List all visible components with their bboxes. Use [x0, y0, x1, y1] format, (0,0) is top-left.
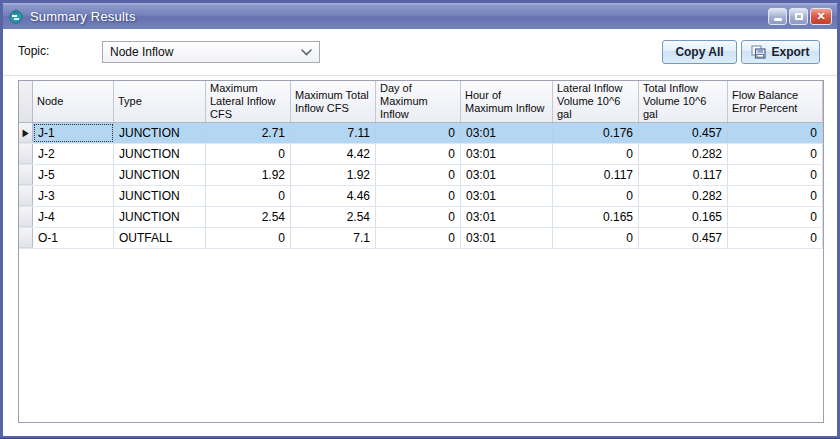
table-cell[interactable]: 0.117 [553, 165, 639, 185]
topic-dropdown[interactable]: Node Inflow [102, 41, 320, 63]
minimize-icon [774, 18, 782, 21]
table-cell[interactable]: 4.46 [291, 186, 376, 206]
table-row[interactable]: ▶J-1JUNCTION2.717.11003:010.1760.4570 [19, 123, 823, 144]
grid-body: ▶J-1JUNCTION2.717.11003:010.1760.4570J-2… [19, 123, 823, 249]
table-cell[interactable]: 0 [376, 165, 461, 185]
topic-label: Topic: [18, 44, 49, 58]
table-cell[interactable]: 0 [728, 123, 823, 143]
column-header[interactable]: Maximum Total Inflow CFS [291, 81, 376, 122]
table-cell[interactable]: 0 [728, 207, 823, 227]
table-cell[interactable]: 03:01 [461, 186, 553, 206]
table-cell[interactable]: 0 [206, 144, 291, 164]
close-icon: ✕ [816, 11, 825, 22]
table-cell[interactable]: 03:01 [461, 207, 553, 227]
row-indicator[interactable] [19, 186, 33, 206]
export-label: Export [771, 45, 809, 59]
window-icon [8, 8, 24, 24]
results-grid: NodeTypeMaximum Lateral Inflow CFSMaximu… [18, 80, 824, 423]
row-indicator[interactable] [19, 144, 33, 164]
table-cell[interactable]: J-2 [33, 144, 114, 164]
table-cell[interactable]: 0.176 [553, 123, 639, 143]
table-row[interactable]: O-1OUTFALL07.1003:0100.4570 [19, 228, 823, 249]
column-header[interactable]: Type [114, 81, 206, 122]
column-header[interactable]: Hour of Maximum Inflow [461, 81, 553, 122]
table-cell[interactable]: JUNCTION [114, 144, 206, 164]
table-row[interactable]: J-4JUNCTION2.542.54003:010.1650.1650 [19, 207, 823, 228]
table-cell[interactable]: 0 [728, 228, 823, 248]
table-cell[interactable]: 03:01 [461, 165, 553, 185]
column-header[interactable]: Lateral Inflow Volume 10^6 gal [553, 81, 639, 122]
export-icon [751, 45, 766, 59]
column-header[interactable]: Flow Balance Error Percent [728, 81, 823, 122]
export-button[interactable]: Export [741, 40, 820, 64]
table-cell[interactable]: 0 [728, 186, 823, 206]
table-cell[interactable]: JUNCTION [114, 123, 206, 143]
table-cell[interactable]: 2.71 [206, 123, 291, 143]
table-cell[interactable]: 0 [553, 228, 639, 248]
table-row[interactable]: J-3JUNCTION04.46003:0100.2820 [19, 186, 823, 207]
table-cell[interactable]: 0 [376, 123, 461, 143]
maximize-button[interactable] [789, 8, 808, 25]
table-cell[interactable]: 0 [728, 165, 823, 185]
table-cell[interactable]: J-3 [33, 186, 114, 206]
selected-row-arrow-icon: ▶ [22, 128, 28, 138]
column-header[interactable]: Maximum Lateral Inflow CFS [206, 81, 291, 122]
table-cell[interactable]: 0.282 [639, 144, 728, 164]
table-cell[interactable]: 03:01 [461, 144, 553, 164]
table-cell[interactable]: 0 [553, 144, 639, 164]
minimize-button[interactable] [768, 8, 787, 25]
column-header[interactable]: Node [33, 81, 114, 122]
chevron-down-icon [301, 49, 312, 56]
table-cell[interactable]: 1.92 [206, 165, 291, 185]
table-cell[interactable]: 03:01 [461, 228, 553, 248]
copy-all-button[interactable]: Copy All [662, 40, 737, 64]
row-indicator[interactable] [19, 228, 33, 248]
table-cell[interactable]: 4.42 [291, 144, 376, 164]
table-cell[interactable]: 0 [206, 186, 291, 206]
table-cell[interactable]: 7.11 [291, 123, 376, 143]
table-cell[interactable]: 0.457 [639, 123, 728, 143]
table-cell[interactable]: 1.92 [291, 165, 376, 185]
table-row[interactable]: J-2JUNCTION04.42003:0100.2820 [19, 144, 823, 165]
table-cell[interactable]: 0 [206, 228, 291, 248]
table-cell[interactable]: 2.54 [206, 207, 291, 227]
table-cell[interactable]: JUNCTION [114, 207, 206, 227]
table-cell[interactable]: 0.457 [639, 228, 728, 248]
table-cell[interactable]: J-1 [33, 123, 114, 143]
topic-dropdown-value: Node Inflow [110, 45, 173, 59]
table-cell[interactable]: JUNCTION [114, 186, 206, 206]
table-cell[interactable]: 7.1 [291, 228, 376, 248]
table-cell[interactable]: OUTFALL [114, 228, 206, 248]
close-button[interactable]: ✕ [810, 8, 832, 25]
copy-all-label: Copy All [675, 45, 723, 59]
table-cell[interactable]: 0.282 [639, 186, 728, 206]
table-cell[interactable]: J-5 [33, 165, 114, 185]
table-cell[interactable]: 0 [728, 144, 823, 164]
table-row[interactable]: J-5JUNCTION1.921.92003:010.1170.1170 [19, 165, 823, 186]
summary-results-window: Summary Results ✕ Topic: Node Inflow Cop… [0, 0, 840, 439]
table-cell[interactable]: 2.54 [291, 207, 376, 227]
maximize-icon [795, 13, 803, 20]
table-cell[interactable]: 0 [376, 144, 461, 164]
column-header[interactable]: Total Inflow Volume 10^6 gal [639, 81, 728, 122]
row-indicator[interactable]: ▶ [19, 123, 33, 143]
column-header[interactable]: Day of Maximum Inflow [376, 81, 461, 122]
title-bar[interactable]: Summary Results ✕ [3, 3, 837, 29]
table-cell[interactable]: 03:01 [461, 123, 553, 143]
table-cell[interactable]: JUNCTION [114, 165, 206, 185]
table-cell[interactable]: 0.165 [553, 207, 639, 227]
row-indicator[interactable] [19, 207, 33, 227]
table-cell[interactable]: 0 [553, 186, 639, 206]
table-cell[interactable]: 0 [376, 186, 461, 206]
table-cell[interactable]: J-4 [33, 207, 114, 227]
table-cell[interactable]: O-1 [33, 228, 114, 248]
grid-header: NodeTypeMaximum Lateral Inflow CFSMaximu… [19, 81, 823, 123]
toolbar: Topic: Node Inflow Copy All Export [3, 29, 837, 76]
header-indicator-cell [19, 81, 33, 122]
table-cell[interactable]: 0.165 [639, 207, 728, 227]
table-cell[interactable]: 0 [376, 228, 461, 248]
window-title: Summary Results [30, 9, 136, 24]
table-cell[interactable]: 0.117 [639, 165, 728, 185]
table-cell[interactable]: 0 [376, 207, 461, 227]
row-indicator[interactable] [19, 165, 33, 185]
